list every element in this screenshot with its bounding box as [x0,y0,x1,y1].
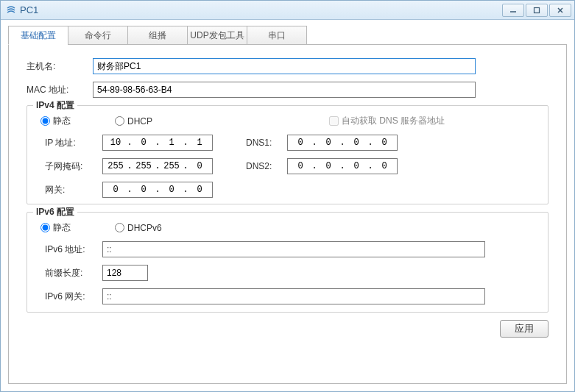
apply-button[interactable]: 应用 [500,320,548,338]
ipv4-static-radio-input[interactable] [40,116,50,126]
window: PC1 基础配置 命令行 组播 UDP发包工具 串口 主机名: [0,0,575,392]
auto-dns-checkbox[interactable]: 自动获取 DNS 服务器地址 [329,115,445,127]
tab-serial[interactable]: 串口 [247,26,307,45]
mac-label: MAC 地址: [27,84,93,96]
ipv6-static-radio-input[interactable] [40,223,50,232]
ipv4-grid: IP 地址: 10. 0. 1. 1 子网掩码: 255. [36,135,539,198]
titlebar: PC1 [1,1,574,20]
mac-input[interactable] [93,82,476,98]
ipv6-prefix-label: 前缀长度: [45,267,102,279]
ipv6-addr-input[interactable] [102,241,485,257]
gw-label: 网关: [45,184,102,196]
ipv6-prefix-input[interactable] [102,265,148,281]
window-title: PC1 [20,4,38,15]
ipv4-static-radio[interactable]: 静态 [40,115,71,127]
ipv4-dhcp-radio[interactable]: DHCP [115,116,152,126]
ipv4-fieldset: IPv4 配置 静态 DHCP 自动获取 DNS 服务器地址 [27,105,548,204]
ipv6-gw-input[interactable] [102,288,485,304]
dns1-label: DNS1: [246,138,287,148]
ipv6-dhcp-radio[interactable]: DHCPv6 [115,223,162,233]
mask-input[interactable]: 255. 255. 255. 0 [102,158,213,174]
basic-panel: 主机名: MAC 地址: IPv4 配置 静态 DHCP [8,44,567,384]
ipv6-static-radio[interactable]: 静态 [40,221,71,234]
hostname-row: 主机名: [27,58,548,74]
tab-cli[interactable]: 命令行 [68,26,128,45]
hostname-label: 主机名: [27,60,93,73]
maximize-button[interactable] [526,4,548,17]
ip-label: IP 地址: [45,137,102,149]
ipv4-right-col: DNS1: 0. 0. 0. 0 DNS2: 0. [246,135,398,198]
dns2-label: DNS2: [246,161,287,171]
tab-udp[interactable]: UDP发包工具 [187,26,247,45]
dns2-input[interactable]: 0. 0. 0. 0 [287,158,398,174]
ipv6-mode-row: 静态 DHCPv6 [36,221,539,234]
ipv6-dhcp-radio-input[interactable] [115,223,124,232]
content: 基础配置 命令行 组播 UDP发包工具 串口 主机名: MAC 地址: IPv4… [1,20,574,391]
ipv4-mode-row: 静态 DHCP 自动获取 DNS 服务器地址 [36,115,539,127]
ipv6-fieldset: IPv6 配置 静态 DHCPv6 IPv6 地址: 前缀长 [27,212,548,313]
tab-multicast[interactable]: 组播 [127,26,188,45]
footer: 应用 [27,320,548,338]
auto-dns-checkbox-input[interactable] [329,116,339,126]
app-icon [5,4,17,16]
close-button[interactable] [549,4,571,17]
ipv6-addr-label: IPv6 地址: [45,243,102,256]
ipv6-gw-label: IPv6 网关: [45,291,102,303]
ipv4-left-col: IP 地址: 10. 0. 1. 1 子网掩码: 255. [36,135,213,198]
svg-rect-1 [535,7,540,13]
window-controls [502,4,571,17]
gw-input[interactable]: 0. 0. 0. 0 [102,182,213,198]
mac-row: MAC 地址: [27,82,548,98]
ipv6-legend: IPv6 配置 [33,206,77,218]
tab-basic[interactable]: 基础配置 [8,26,68,45]
tab-bar: 基础配置 命令行 组播 UDP发包工具 串口 [8,26,567,45]
ipv6-static-label: 静态 [53,221,71,234]
ipv4-legend: IPv4 配置 [33,99,77,112]
hostname-input[interactable] [93,58,476,74]
titlebar-left: PC1 [5,4,38,16]
ipv4-static-label: 静态 [53,115,71,127]
auto-dns-label: 自动获取 DNS 服务器地址 [342,115,445,127]
ipv4-dhcp-radio-input[interactable] [115,116,124,126]
ipv6-dhcp-label: DHCPv6 [127,223,162,233]
ip-input[interactable]: 10. 0. 1. 1 [102,135,213,151]
minimize-button[interactable] [502,4,524,17]
mask-label: 子网掩码: [45,160,102,173]
dns1-input[interactable]: 0. 0. 0. 0 [287,135,398,151]
ipv4-dhcp-label: DHCP [127,116,152,126]
